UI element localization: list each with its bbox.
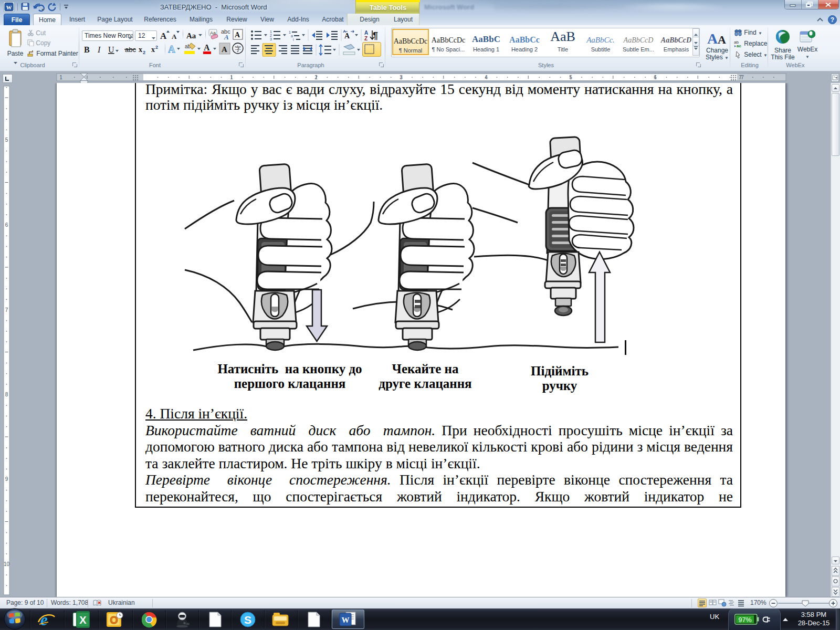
svg-text:Z: Z xyxy=(364,36,368,41)
svg-text:97%: 97% xyxy=(738,616,751,624)
svg-text:I: I xyxy=(97,45,101,54)
svg-text:a: a xyxy=(291,34,293,38)
svg-text:W: W xyxy=(342,616,350,624)
svg-text:7: 7 xyxy=(5,307,8,313)
svg-text:6: 6 xyxy=(5,222,8,228)
svg-text:A: A xyxy=(344,32,350,40)
svg-text:A: A xyxy=(364,30,368,36)
svg-text:2: 2 xyxy=(155,45,158,50)
svg-text:7: 7 xyxy=(741,75,744,80)
svg-text:W: W xyxy=(6,4,12,10)
svg-text:A: A xyxy=(168,44,175,55)
svg-text:A: A xyxy=(204,43,210,52)
svg-text:A: A xyxy=(235,31,240,39)
svg-text:e: e xyxy=(40,611,48,628)
svg-text:X: X xyxy=(79,614,87,626)
svg-text:1: 1 xyxy=(59,75,62,80)
svg-text:B: B xyxy=(84,45,90,54)
svg-text:i: i xyxy=(293,38,294,41)
svg-text:x: x xyxy=(139,46,142,54)
svg-text:8: 8 xyxy=(5,392,8,397)
svg-text:5: 5 xyxy=(5,137,8,143)
svg-text:2: 2 xyxy=(270,34,272,37)
svg-text:1: 1 xyxy=(289,30,291,34)
svg-text:10: 10 xyxy=(4,561,10,567)
svg-text:Aa: Aa xyxy=(186,32,196,40)
svg-text:S: S xyxy=(244,614,251,626)
svg-text:A: A xyxy=(707,30,718,45)
svg-text:?: ? xyxy=(831,16,834,24)
svg-text:ac: ac xyxy=(737,44,741,47)
svg-text:1: 1 xyxy=(270,30,272,34)
svg-text:¶: ¶ xyxy=(373,30,378,41)
svg-text:3: 3 xyxy=(270,37,272,41)
svg-text:A: A xyxy=(160,31,167,41)
svg-text:A: A xyxy=(224,33,229,41)
svg-text:A: A xyxy=(172,33,177,40)
svg-text:x: x xyxy=(151,46,155,54)
svg-text:2: 2 xyxy=(143,50,145,55)
svg-text:U: U xyxy=(108,45,114,54)
svg-text:A: A xyxy=(222,45,227,54)
svg-text:A: A xyxy=(718,33,726,45)
svg-text:字: 字 xyxy=(235,45,241,52)
svg-text:9: 9 xyxy=(5,476,8,482)
svg-text:4: 4 xyxy=(485,75,488,80)
